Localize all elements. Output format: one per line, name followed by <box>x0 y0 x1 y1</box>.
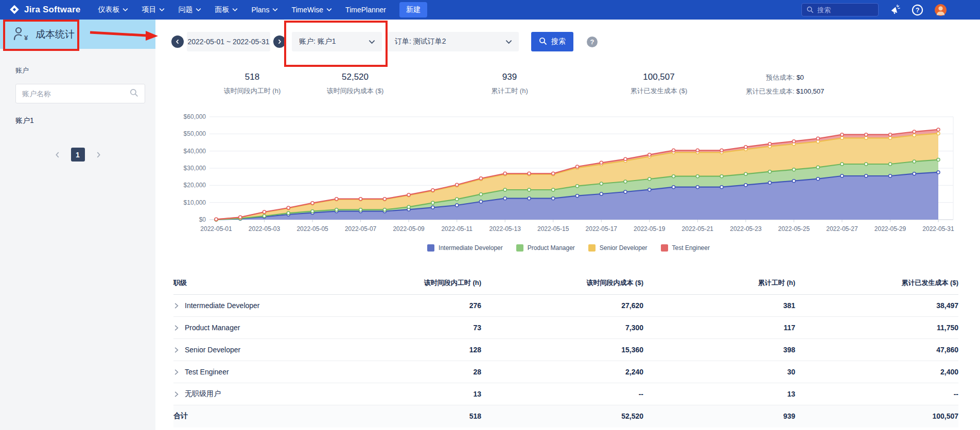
row-name-cell: Intermediate Developer <box>173 295 359 317</box>
chart-legend: Intermediate DeveloperProduct ManagerSen… <box>173 244 964 252</box>
row-value-cell: 27,620 <box>481 295 643 317</box>
table-header-row: 职级该时间段内工时 (h)该时间段内成本 ($)累计工时 (h)累计已发生成本 … <box>173 278 958 295</box>
next-page-icon[interactable] <box>95 151 102 158</box>
account-search[interactable] <box>15 84 145 103</box>
expand-chevron-icon[interactable] <box>173 391 179 398</box>
svg-text:¥: ¥ <box>24 34 28 42</box>
filter-bar: 2022-05-01 ~ 2022-05-31 账户: 账户1 订单: 测试订单… <box>155 20 980 51</box>
table-row-intermediate-developer[interactable]: Intermediate Developer27627,62038138,497 <box>173 295 958 317</box>
svg-text:2022-05-15: 2022-05-15 <box>537 225 569 232</box>
account-section-label: 账户 <box>15 66 155 75</box>
row-value-cell: -- <box>481 383 643 405</box>
expand-chevron-icon[interactable] <box>173 302 179 309</box>
prev-period-button[interactable] <box>171 35 184 48</box>
svg-text:2022-05-03: 2022-05-03 <box>249 225 281 232</box>
nav-menu-label: 面板 <box>215 5 229 14</box>
nav-menu-label: 项目 <box>142 5 156 14</box>
svg-text:2022-05-23: 2022-05-23 <box>730 225 762 232</box>
row-value-cell: 100,507 <box>795 405 958 427</box>
svg-text:$40,000: $40,000 <box>184 148 206 155</box>
jira-logo[interactable]: Jira Software <box>9 4 80 15</box>
accumulated-cost-line: 累计已发生成本: $100,507 <box>715 87 854 96</box>
legend-item-test-engineer[interactable]: Test Engineer <box>661 244 710 252</box>
table-row-合计: 合计51852,520939100,507 <box>173 405 958 427</box>
table-row-senior-developer[interactable]: Senior Developer12815,36039847,860 <box>173 339 958 361</box>
row-value-cell: 128 <box>359 339 481 361</box>
legend-item-product-manager[interactable]: Product Manager <box>516 244 575 252</box>
chevron-down-icon <box>232 8 238 12</box>
help-icon[interactable]: ? <box>912 4 923 16</box>
nav-menu-timeplanner[interactable]: TimePlanner <box>345 6 386 14</box>
row-value-cell: 52,520 <box>481 405 643 427</box>
order-filter-value: 订单: 测试订单2 <box>395 37 446 46</box>
row-value-cell: 47,860 <box>795 339 958 361</box>
row-value-cell: 276 <box>359 295 481 317</box>
svg-text:$20,000: $20,000 <box>184 182 206 189</box>
svg-text:$50,000: $50,000 <box>184 130 206 137</box>
account-item-账户1[interactable]: 账户1 <box>15 116 155 126</box>
row-name: 无职级用户 <box>185 389 221 399</box>
chevron-down-icon <box>196 8 201 12</box>
nav-menu-timewise[interactable]: TimeWise <box>291 6 332 14</box>
table-row-无职级用户[interactable]: 无职级用户13--13-- <box>173 383 958 405</box>
top-navbar: Jira Software 仪表板项目问题面板PlansTimeWiseTime… <box>0 0 980 20</box>
nav-menu-仪表板[interactable]: 仪表板 <box>98 5 128 14</box>
nav-menu-plans[interactable]: Plans <box>251 6 278 14</box>
stat-value: 52,520 <box>319 72 391 82</box>
legend-swatch <box>516 244 523 252</box>
nav-menu-label: 仪表板 <box>98 5 119 14</box>
expand-chevron-icon[interactable] <box>173 369 179 375</box>
user-avatar[interactable] <box>934 4 947 16</box>
row-name: Senior Developer <box>185 346 240 354</box>
svg-text:2022-05-05: 2022-05-05 <box>296 225 328 232</box>
expand-chevron-icon[interactable] <box>173 347 179 353</box>
table-row-product-manager[interactable]: Product Manager737,30011711,750 <box>173 317 958 339</box>
table-row-test-engineer[interactable]: Test Engineer282,240302,400 <box>173 361 958 383</box>
nav-menu-面板[interactable]: 面板 <box>215 5 238 14</box>
next-period-button[interactable] <box>273 35 286 48</box>
svg-text:2022-05-01: 2022-05-01 <box>200 225 232 232</box>
global-search-input[interactable] <box>817 6 874 14</box>
megaphone-icon[interactable] <box>889 4 901 15</box>
row-value-cell: 13 <box>643 383 795 405</box>
search-button[interactable]: 搜索 <box>531 32 573 51</box>
row-value-cell: 518 <box>359 405 481 427</box>
column-header-1: 职级 <box>173 278 359 295</box>
search-button-label: 搜索 <box>551 37 566 46</box>
column-header-3: 该时间段内成本 ($) <box>481 278 643 295</box>
nav-menu-label: Plans <box>251 6 269 14</box>
legend-item-senior-developer[interactable]: Senior Developer <box>588 244 647 252</box>
row-value-cell: 7,300 <box>481 317 643 339</box>
nav-menu-问题[interactable]: 问题 <box>178 5 201 14</box>
stats-row: 518该时间段内工时 (h)52,520该时间段内成本 ($)939累计工时 (… <box>155 72 980 96</box>
chevron-down-icon <box>272 8 278 12</box>
expand-chevron-icon[interactable] <box>173 325 179 331</box>
row-value-cell: 11,750 <box>795 317 958 339</box>
account-search-input[interactable] <box>22 89 130 98</box>
row-value-cell: 2,400 <box>795 361 958 383</box>
svg-text:?: ? <box>916 6 920 13</box>
stat-label: 该时间段内工时 (h) <box>185 86 319 96</box>
help-icon[interactable]: ? <box>587 37 598 47</box>
row-value-cell: 2,240 <box>481 361 643 383</box>
nav-menu-项目[interactable]: 项目 <box>142 5 165 14</box>
create-button[interactable]: 新建 <box>399 2 427 17</box>
sidebar-pagination: 1 <box>0 148 155 162</box>
row-value-cell: 30 <box>643 361 795 383</box>
date-range[interactable]: 2022-05-01 ~ 2022-05-31 <box>187 32 270 51</box>
svg-text:$0: $0 <box>199 216 206 223</box>
legend-item-intermediate-developer[interactable]: Intermediate Developer <box>427 244 503 252</box>
row-value-cell: 38,497 <box>795 295 958 317</box>
order-filter-dropdown[interactable]: 订单: 测试订单2 <box>388 32 519 51</box>
svg-text:2022-05-21: 2022-05-21 <box>682 225 714 232</box>
account-filter-dropdown[interactable]: 账户: 账户1 <box>292 32 382 51</box>
sidebar-header: ¥ 成本统计 <box>0 20 155 49</box>
search-icon <box>130 88 138 99</box>
svg-text:2022-05-19: 2022-05-19 <box>634 225 666 232</box>
row-value-cell: 398 <box>643 339 795 361</box>
global-search[interactable] <box>801 3 879 16</box>
chevron-down-icon <box>505 38 512 46</box>
row-name-cell: 无职级用户 <box>173 383 359 405</box>
prev-page-icon[interactable] <box>54 151 61 158</box>
page-number[interactable]: 1 <box>71 148 85 162</box>
